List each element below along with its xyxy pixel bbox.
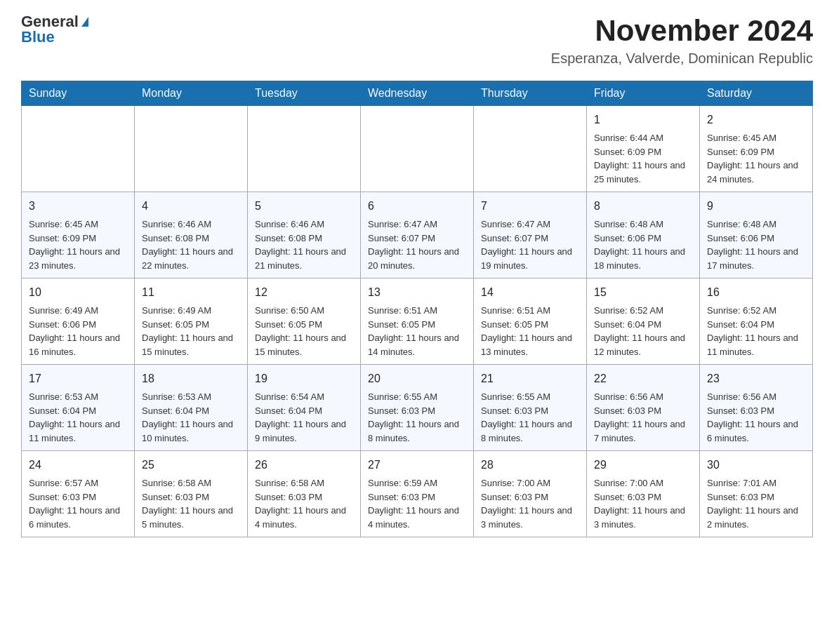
day-info: Sunrise: 6:48 AM Sunset: 6:06 PM Dayligh… — [707, 217, 805, 272]
day-info: Sunrise: 7:00 AM Sunset: 6:03 PM Dayligh… — [594, 476, 692, 531]
day-number: 27 — [368, 457, 466, 474]
day-info: Sunrise: 7:00 AM Sunset: 6:03 PM Dayligh… — [481, 476, 579, 531]
calendar-cell — [474, 106, 587, 192]
calendar-cell: 25Sunrise: 6:58 AM Sunset: 6:03 PM Dayli… — [135, 451, 248, 537]
title-block: November 2024 Esperanza, Valverde, Domin… — [551, 14, 813, 67]
day-number: 7 — [481, 198, 579, 215]
day-number: 22 — [594, 370, 692, 387]
location-subtitle: Esperanza, Valverde, Dominican Republic — [551, 51, 813, 67]
day-info: Sunrise: 6:45 AM Sunset: 6:09 PM Dayligh… — [707, 131, 805, 186]
day-info: Sunrise: 6:47 AM Sunset: 6:07 PM Dayligh… — [368, 217, 466, 272]
day-number: 5 — [255, 198, 353, 215]
calendar-day-header: Monday — [135, 81, 248, 106]
day-number: 19 — [255, 370, 353, 387]
calendar-cell: 9Sunrise: 6:48 AM Sunset: 6:06 PM Daylig… — [700, 192, 813, 279]
calendar-cell: 8Sunrise: 6:48 AM Sunset: 6:06 PM Daylig… — [587, 192, 700, 279]
day-number: 21 — [481, 370, 579, 387]
calendar-day-header: Sunday — [22, 81, 135, 106]
calendar-cell: 4Sunrise: 6:46 AM Sunset: 6:08 PM Daylig… — [135, 192, 248, 279]
day-number: 20 — [368, 370, 466, 387]
calendar-day-header: Thursday — [474, 81, 587, 106]
calendar-cell: 7Sunrise: 6:47 AM Sunset: 6:07 PM Daylig… — [474, 192, 587, 279]
calendar-cell: 10Sunrise: 6:49 AM Sunset: 6:06 PM Dayli… — [22, 279, 135, 365]
day-number: 13 — [368, 284, 466, 301]
day-info: Sunrise: 6:44 AM Sunset: 6:09 PM Dayligh… — [594, 131, 692, 186]
month-title: November 2024 — [551, 14, 813, 48]
day-number: 24 — [29, 457, 127, 474]
calendar-cell: 17Sunrise: 6:53 AM Sunset: 6:04 PM Dayli… — [22, 365, 135, 451]
day-number: 15 — [594, 284, 692, 301]
calendar-cell — [361, 106, 474, 192]
day-number: 29 — [594, 457, 692, 474]
calendar-week-row: 3Sunrise: 6:45 AM Sunset: 6:09 PM Daylig… — [22, 192, 813, 279]
logo-triangle-icon — [81, 17, 88, 27]
day-info: Sunrise: 6:46 AM Sunset: 6:08 PM Dayligh… — [255, 217, 353, 272]
calendar-cell: 18Sunrise: 6:53 AM Sunset: 6:04 PM Dayli… — [135, 365, 248, 451]
day-info: Sunrise: 6:51 AM Sunset: 6:05 PM Dayligh… — [481, 304, 579, 358]
calendar-cell: 2Sunrise: 6:45 AM Sunset: 6:09 PM Daylig… — [700, 106, 813, 192]
day-info: Sunrise: 6:46 AM Sunset: 6:08 PM Dayligh… — [142, 217, 240, 272]
calendar-cell: 29Sunrise: 7:00 AM Sunset: 6:03 PM Dayli… — [587, 451, 700, 537]
calendar-week-row: 1Sunrise: 6:44 AM Sunset: 6:09 PM Daylig… — [22, 106, 813, 192]
day-number: 6 — [368, 198, 466, 215]
day-info: Sunrise: 6:49 AM Sunset: 6:06 PM Dayligh… — [29, 304, 127, 358]
calendar-cell: 12Sunrise: 6:50 AM Sunset: 6:05 PM Dayli… — [248, 279, 361, 365]
calendar-cell: 20Sunrise: 6:55 AM Sunset: 6:03 PM Dayli… — [361, 365, 474, 451]
calendar-week-row: 10Sunrise: 6:49 AM Sunset: 6:06 PM Dayli… — [22, 279, 813, 365]
calendar-cell: 21Sunrise: 6:55 AM Sunset: 6:03 PM Dayli… — [474, 365, 587, 451]
logo: General Blue — [21, 14, 88, 45]
day-number: 18 — [142, 370, 240, 387]
logo-blue-text: Blue — [21, 29, 55, 45]
day-number: 1 — [594, 112, 692, 128]
calendar-header-row: SundayMondayTuesdayWednesdayThursdayFrid… — [22, 81, 813, 106]
calendar-cell: 11Sunrise: 6:49 AM Sunset: 6:05 PM Dayli… — [135, 279, 248, 365]
calendar-cell — [248, 106, 361, 192]
day-number: 16 — [707, 284, 805, 301]
day-info: Sunrise: 6:52 AM Sunset: 6:04 PM Dayligh… — [594, 304, 692, 358]
calendar-week-row: 17Sunrise: 6:53 AM Sunset: 6:04 PM Dayli… — [22, 365, 813, 451]
day-info: Sunrise: 6:57 AM Sunset: 6:03 PM Dayligh… — [29, 476, 127, 531]
day-info: Sunrise: 6:56 AM Sunset: 6:03 PM Dayligh… — [594, 390, 692, 445]
calendar-cell: 19Sunrise: 6:54 AM Sunset: 6:04 PM Dayli… — [248, 365, 361, 451]
calendar-cell: 14Sunrise: 6:51 AM Sunset: 6:05 PM Dayli… — [474, 279, 587, 365]
page-header: General Blue November 2024 Esperanza, Va… — [21, 14, 813, 67]
calendar-table: SundayMondayTuesdayWednesdayThursdayFrid… — [21, 81, 813, 537]
calendar-day-header: Wednesday — [361, 81, 474, 106]
day-number: 4 — [142, 198, 240, 215]
logo-general-text: General — [21, 14, 79, 29]
day-number: 11 — [142, 284, 240, 301]
calendar-cell: 15Sunrise: 6:52 AM Sunset: 6:04 PM Dayli… — [587, 279, 700, 365]
day-info: Sunrise: 6:58 AM Sunset: 6:03 PM Dayligh… — [142, 476, 240, 531]
calendar-cell: 1Sunrise: 6:44 AM Sunset: 6:09 PM Daylig… — [587, 106, 700, 192]
day-info: Sunrise: 6:47 AM Sunset: 6:07 PM Dayligh… — [481, 217, 579, 272]
day-info: Sunrise: 6:45 AM Sunset: 6:09 PM Dayligh… — [29, 217, 127, 272]
calendar-cell: 28Sunrise: 7:00 AM Sunset: 6:03 PM Dayli… — [474, 451, 587, 537]
calendar-day-header: Friday — [587, 81, 700, 106]
day-number: 30 — [707, 457, 805, 474]
day-number: 26 — [255, 457, 353, 474]
day-number: 9 — [707, 198, 805, 215]
calendar-cell — [22, 106, 135, 192]
day-number: 8 — [594, 198, 692, 215]
calendar-cell — [135, 106, 248, 192]
calendar-cell: 30Sunrise: 7:01 AM Sunset: 6:03 PM Dayli… — [700, 451, 813, 537]
day-info: Sunrise: 6:52 AM Sunset: 6:04 PM Dayligh… — [707, 304, 805, 358]
day-number: 17 — [29, 370, 127, 387]
calendar-cell: 13Sunrise: 6:51 AM Sunset: 6:05 PM Dayli… — [361, 279, 474, 365]
calendar-cell: 22Sunrise: 6:56 AM Sunset: 6:03 PM Dayli… — [587, 365, 700, 451]
day-number: 3 — [29, 198, 127, 215]
day-info: Sunrise: 6:58 AM Sunset: 6:03 PM Dayligh… — [255, 476, 353, 531]
calendar-day-header: Tuesday — [248, 81, 361, 106]
calendar-cell: 23Sunrise: 6:56 AM Sunset: 6:03 PM Dayli… — [700, 365, 813, 451]
day-number: 14 — [481, 284, 579, 301]
day-info: Sunrise: 6:49 AM Sunset: 6:05 PM Dayligh… — [142, 304, 240, 358]
day-number: 2 — [707, 112, 805, 128]
calendar-week-row: 24Sunrise: 6:57 AM Sunset: 6:03 PM Dayli… — [22, 451, 813, 537]
day-info: Sunrise: 6:53 AM Sunset: 6:04 PM Dayligh… — [142, 390, 240, 445]
calendar-cell: 24Sunrise: 6:57 AM Sunset: 6:03 PM Dayli… — [22, 451, 135, 537]
day-info: Sunrise: 6:50 AM Sunset: 6:05 PM Dayligh… — [255, 304, 353, 358]
day-number: 10 — [29, 284, 127, 301]
day-number: 25 — [142, 457, 240, 474]
calendar-cell: 16Sunrise: 6:52 AM Sunset: 6:04 PM Dayli… — [700, 279, 813, 365]
day-info: Sunrise: 6:55 AM Sunset: 6:03 PM Dayligh… — [481, 390, 579, 445]
